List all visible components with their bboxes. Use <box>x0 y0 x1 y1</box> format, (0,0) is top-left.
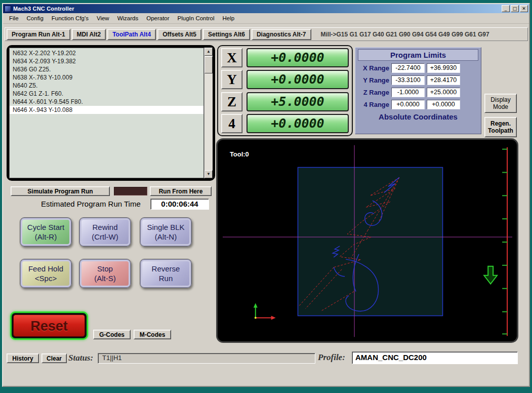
reverse-run-button[interactable]: Reverse Run <box>140 259 192 288</box>
dro-row-z: Z +5.0000 <box>221 92 349 111</box>
gcode-line: N632 X-2.202 Y-19.202 <box>10 49 203 57</box>
z-range-max: +25.0000 <box>427 88 460 97</box>
display-mode-button[interactable]: Display Mode <box>484 94 517 113</box>
x-range-max: +36.9930 <box>427 63 460 73</box>
menu-item-function-cfgs[interactable]: Function Cfg's <box>48 14 93 22</box>
desktop: Mach3 CNC Controller _ □ ✕ File Config F… <box>0 0 532 393</box>
4-range-max: +0.0000 <box>427 100 460 109</box>
mach3-window: Mach3 CNC Controller _ □ ✕ File Config F… <box>2 3 530 387</box>
menu-item-file[interactable]: File <box>5 14 23 22</box>
y-range-max: +28.4170 <box>427 75 460 85</box>
axis-y-button[interactable]: Y <box>221 70 242 89</box>
dro-z-value[interactable]: +5.0000 <box>247 92 349 111</box>
tab-offsets[interactable]: Offsets Alt5 <box>157 29 201 40</box>
gcode-scrollbar[interactable]: ▲ ▼ <box>204 48 213 178</box>
client-area: Program Run Alt-1 MDI Alt2 ToolPath Alt4… <box>3 24 529 386</box>
menu-item-view[interactable]: View <box>93 14 113 22</box>
minimize-icon: _ <box>505 6 507 11</box>
close-button[interactable]: ✕ <box>520 5 528 12</box>
titlebar[interactable]: Mach3 CNC Controller _ □ ✕ <box>3 4 529 13</box>
limits-row-z: Z Range -1.0000 +25.0000 <box>358 88 478 97</box>
feed-hold-button[interactable]: Feed Hold <Spc> <box>20 259 72 288</box>
tab-settings[interactable]: Settings Alt6 <box>203 29 250 40</box>
history-button[interactable]: History <box>7 353 39 363</box>
axis-z-button[interactable]: Z <box>221 92 242 111</box>
gcode-list-frame: N632 X-2.202 Y-19.202 N634 X-2.093 Y-19.… <box>7 45 215 181</box>
cycle-start-label-1: Cycle Start <box>20 222 71 232</box>
gcode-list[interactable]: N632 X-2.202 Y-19.202 N634 X-2.093 Y-19.… <box>9 48 204 178</box>
display-mode-label-2: Mode <box>493 103 508 110</box>
scroll-up-icon[interactable]: ▲ <box>204 48 213 56</box>
tab-diagnostics[interactable]: Diagnostics Alt-7 <box>252 29 311 40</box>
minimize-button[interactable]: _ <box>502 5 510 12</box>
reverse-run-label-2: Run <box>140 273 191 283</box>
stop-button[interactable]: Stop (Alt-S) <box>79 259 131 288</box>
blank-display <box>114 187 147 195</box>
scrollbar-track[interactable] <box>204 73 213 170</box>
x-range-min: -22.7400 <box>391 63 425 73</box>
reset-ring: Reset <box>10 311 88 340</box>
reset-button[interactable]: Reset <box>13 315 85 337</box>
status-value: T1||H1 <box>98 353 315 364</box>
rewind-label-2: (Crtl-W) <box>79 232 131 242</box>
dro-x-value[interactable]: +0.0000 <box>247 48 349 67</box>
rewind-button[interactable]: Rewind (Crtl-W) <box>79 217 131 247</box>
dro-row-y: Y +0.0000 <box>221 70 349 89</box>
dro-y-value[interactable]: +0.0000 <box>247 70 349 89</box>
menu-item-plugin-control[interactable]: PlugIn Control <box>174 14 219 22</box>
stop-label-1: Stop <box>79 264 131 273</box>
profile-value: AMAN_CNC_DC200 <box>352 351 518 364</box>
y-range-min: -33.3100 <box>391 75 425 85</box>
toolpath-display[interactable]: Tool:0 <box>216 138 518 343</box>
scrollbar-thumb[interactable] <box>204 56 213 73</box>
menu-item-help[interactable]: Help <box>218 14 238 22</box>
single-blk-button[interactable]: Single BLK (Alt-N) <box>140 217 192 247</box>
gcode-line: N636 G0 Z25. <box>10 65 203 73</box>
run-from-here-button[interactable]: Run From Here <box>150 186 212 196</box>
x-range-label: X Range <box>358 64 389 72</box>
gcode-line: N640 Z5. <box>10 82 203 90</box>
tab-mdi[interactable]: MDI Alt2 <box>72 29 106 40</box>
dro-4-value[interactable]: +0.0000 <box>247 114 349 133</box>
toolpath-plot: Tool:0 <box>219 141 516 340</box>
gcode-line: N638 X-.763 Y-10.009 <box>10 73 203 82</box>
maximize-button[interactable]: □ <box>511 5 519 12</box>
active-gcode-modes: Mill->G15 G1 G17 G40 G21 G90 G94 G54 G49… <box>321 31 489 38</box>
cycle-start-button[interactable]: Cycle Start (Alt-R) <box>20 217 72 247</box>
tab-toolpath[interactable]: ToolPath Alt4 <box>107 29 156 40</box>
scroll-down-icon[interactable]: ▼ <box>204 170 213 178</box>
clear-button[interactable]: Clear <box>42 353 67 363</box>
menu-item-operator[interactable]: Operator <box>142 14 173 22</box>
window-title: Mach3 CNC Controller <box>13 6 501 12</box>
mcodes-button[interactable]: M-Codes <box>134 330 171 339</box>
axis-x-button[interactable]: X <box>221 48 242 67</box>
tab-program-run[interactable]: Program Run Alt-1 <box>7 29 70 40</box>
z-range-label: Z Range <box>358 89 389 96</box>
gcodes-button[interactable]: G-Codes <box>93 330 131 339</box>
4-range-label: 4 Range <box>358 101 389 108</box>
regen-toolpath-button[interactable]: Regen. Toolpath <box>484 117 517 137</box>
stop-label-2: (Alt-S) <box>79 273 131 283</box>
cycle-start-label-2: (Alt-R) <box>20 232 71 242</box>
dro-row-x: X +0.0000 <box>221 48 349 67</box>
rewind-label-1: Rewind <box>79 222 131 232</box>
screen-tab-bar: Program Run Alt-1 MDI Alt2 ToolPath Alt4… <box>5 27 528 41</box>
maximize-icon: □ <box>513 6 517 11</box>
feed-hold-label-2: <Spc> <box>20 273 71 283</box>
dro-row-4: 4 +0.0000 <box>221 114 349 133</box>
gcode-line-current: N646 X-.943 Y-10.088 <box>10 106 203 114</box>
limits-row-4: 4 Range +0.0000 +0.0000 <box>358 100 478 109</box>
close-icon: ✕ <box>522 6 526 11</box>
program-limits-panel: Program Limits X Range -22.7400 +36.9930… <box>355 47 481 134</box>
program-limits-title: Program Limits <box>358 49 478 61</box>
coordinate-mode-label: Absolute Coordinates <box>358 112 478 121</box>
estimated-time-value: 0:00:06:44 <box>150 199 209 210</box>
dro-panel: X +0.0000 Y +0.0000 Z +5.0000 4 +0.0000 <box>217 45 353 136</box>
tool-number-label: Tool:0 <box>230 150 249 158</box>
axis-4-button[interactable]: 4 <box>221 114 242 133</box>
simulate-program-run-button[interactable]: Simulate Program Run <box>11 186 110 196</box>
limits-row-x: X Range -22.7400 +36.9930 <box>358 63 478 73</box>
y-range-label: Y Range <box>358 76 389 84</box>
menu-item-wizards[interactable]: Wizards <box>113 14 143 22</box>
menu-item-config[interactable]: Config <box>23 14 48 22</box>
